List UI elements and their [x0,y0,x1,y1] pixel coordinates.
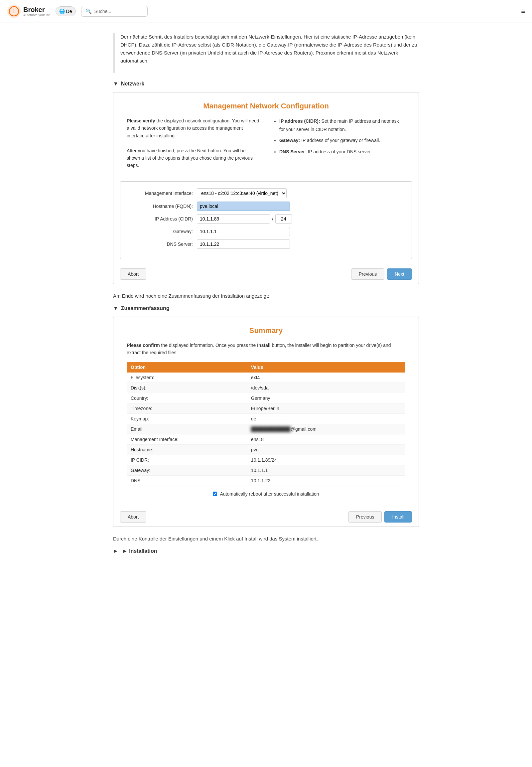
table-row: DNS:10.1.1.22 [127,475,405,486]
summary-install-button[interactable]: Install [384,511,412,523]
ip-label: IP Address (CIDR) [130,216,197,221]
hamburger-menu[interactable]: ≡ [521,7,525,16]
table-cell-option: Email: [127,424,247,434]
table-cell-value: ████████████@gmail.com [247,424,405,434]
network-nav-buttons: Previous Next [351,268,412,280]
search-input[interactable] [94,9,143,14]
summary-table-wrapper: Option Value Filesystem:ext4Disk(s):/dev… [113,362,419,486]
right-item-1: IP address (CIDR): Set the main IP addre… [279,117,405,134]
table-row: Management Interface:ens18 [127,434,405,445]
table-row: Timezone:Europe/Berlin [127,403,405,414]
table-cell-option: Timezone: [127,403,247,414]
cidr-num-input[interactable] [275,214,292,223]
summary-abort-button[interactable]: Abort [120,511,146,523]
network-section-header[interactable]: ▼ Netzwerk [113,81,419,87]
left-stripe [113,33,115,73]
hostname-label: Hostname (FQDN): [130,203,197,209]
network-installer-left: Please verify the displayed network conf… [127,117,259,169]
dns-input[interactable] [197,239,290,249]
summary-label: Zusammenfassung [121,305,170,311]
search-box: 🔍 [81,6,148,17]
table-cell-value: de [247,414,405,424]
interface-dropdown[interactable]: ens18 - c2:02:12:c3:ae:40 (virtio_net) [197,188,287,198]
reboot-checkbox[interactable] [213,492,217,496]
logo-area: i Broker Automate your life [7,4,50,19]
network-installer-right: IP address (CIDR): Set the main IP addre… [273,117,405,169]
table-row: IP CIDR:10.1.1.89/24 [127,455,405,465]
summary-installer-frame: Summary Please confirm the displayed inf… [113,317,419,527]
form-row-hostname: Hostname (FQDN): [130,201,402,211]
logo-text: Broker [23,6,50,13]
table-cell-option: Country: [127,393,247,403]
hostname-input[interactable] [197,201,290,211]
table-row: Filesystem:ext4 [127,372,405,383]
table-row: Disk(s):/dev/sda [127,382,405,393]
table-cell-option: Gateway: [127,465,247,475]
network-installer-title: Management Network Configuration [113,92,419,117]
globe-icon: 🌐 [59,9,65,14]
summary-installer-title: Summary [113,317,419,341]
right-item-3: DNS Server: IP address of your DNS serve… [279,148,405,156]
table-row: Keymap:de [127,414,405,424]
cidr-slash: / [272,216,273,221]
installation-label: ► Installation [122,548,157,554]
network-arrow: ▼ [113,81,118,87]
intro-text: Der nächste Schritt des Installers besch… [120,33,419,65]
form-row-gateway: Gateway: [130,227,402,236]
network-installer-frame: Management Network Configuration Please … [113,92,419,284]
ip-input[interactable] [197,214,270,223]
summary-arrow: ▼ [113,305,118,311]
network-abort-button[interactable]: Abort [120,268,146,280]
table-cell-option: Disk(s): [127,382,247,393]
table-row: Gateway:10.1.1.1 [127,465,405,475]
table-cell-value: ext4 [247,372,405,383]
summary-section-header[interactable]: ▼ Zusammenfassung [113,305,419,311]
table-cell-value: Europe/Berlin [247,403,405,414]
lang-label: De [66,9,72,14]
table-cell-option: Filesystem: [127,372,247,383]
reboot-label: Automatically reboot after successful in… [220,491,319,497]
ip-input-group: / [197,214,292,223]
table-cell-option: IP CIDR: [127,455,247,465]
form-row-dns: DNS Server: [130,239,402,249]
network-next-button[interactable]: Next [387,268,412,280]
summary-footer: Abort Previous Install [113,507,419,527]
dns-label: DNS Server: [130,241,197,247]
right-item-2: Gateway: IP address of your gateway or f… [279,136,405,145]
network-left-p2: After you have finished, press the Next … [127,147,259,169]
logo-subtext: Automate your life [23,13,50,17]
table-cell-option: Management Interface: [127,434,247,445]
language-button[interactable]: 🌐 De [56,6,76,16]
footer-text: Durch eine Kontrolle der Einstellungen u… [113,535,419,543]
table-cell-value: /dev/sda [247,382,405,393]
logo-icon: i [7,4,21,19]
summary-table: Option Value Filesystem:ext4Disk(s):/dev… [127,362,405,486]
network-form-area: Management Interface: ens18 - c2:02:12:c… [120,181,412,259]
main-content: Der nächste Schritt des Installers besch… [106,23,426,568]
table-cell-option: Hostname: [127,445,247,455]
network-previous-button[interactable]: Previous [351,268,384,280]
header: i Broker Automate your life 🌐 De 🔍 ≡ [0,0,532,23]
checkbox-row: Automatically reboot after successful in… [113,486,419,502]
col-value: Value [247,362,405,372]
between-text: Am Ende wird noch eine Zusammenfassung d… [113,292,419,300]
table-cell-value: ens18 [247,434,405,445]
network-installer-body: Please verify the displayed network conf… [113,117,419,176]
gateway-label: Gateway: [130,229,197,234]
form-row-interface: Management Interface: ens18 - c2:02:12:c… [130,188,402,198]
table-cell-value: Germany [247,393,405,403]
table-row: Hostname:pve [127,445,405,455]
svg-text:i: i [13,9,15,14]
gateway-input[interactable] [197,227,290,236]
installation-section-header[interactable]: ► ► Installation [113,548,419,554]
table-row: Email:████████████@gmail.com [127,424,405,434]
table-cell-option: Keymap: [127,414,247,424]
network-label: Netzwerk [121,81,144,87]
table-cell-value: 10.1.1.89/24 [247,455,405,465]
table-cell-option: DNS: [127,475,247,486]
summary-nav-buttons: Previous Install [348,511,412,523]
network-left-p1: Please verify the displayed network conf… [127,117,259,139]
search-icon: 🔍 [85,8,92,14]
network-footer: Abort Previous Next [113,264,419,284]
summary-previous-button[interactable]: Previous [348,511,382,523]
